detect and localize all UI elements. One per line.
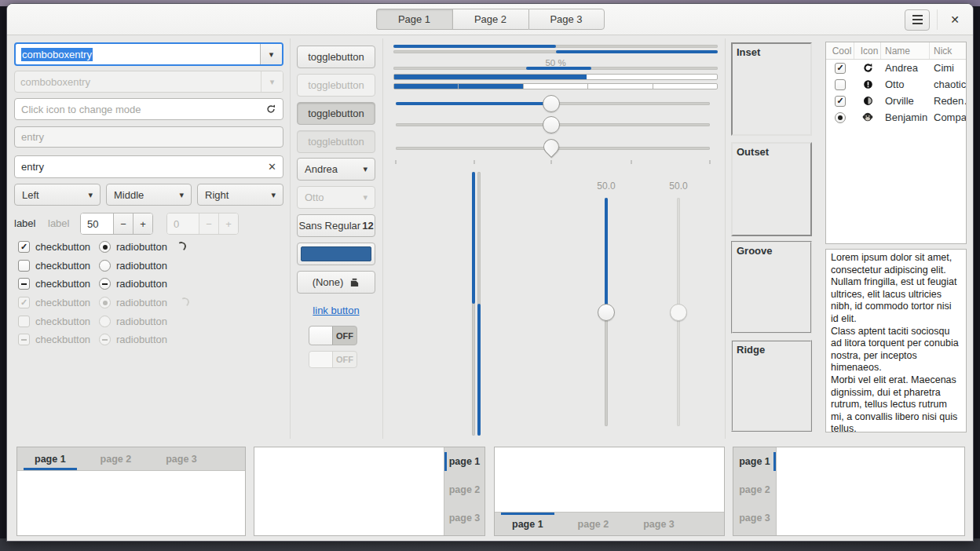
hamburger-menu-button[interactable] bbox=[905, 9, 930, 31]
entry-disabled: entry bbox=[14, 126, 283, 148]
tab-page-1[interactable]: page 1 bbox=[495, 513, 561, 535]
togglebutton-active[interactable]: togglebutton bbox=[297, 102, 375, 125]
column-separator bbox=[290, 38, 291, 439]
combobox-right[interactable]: Right ▾ bbox=[197, 184, 283, 206]
treeview[interactable]: Cool Icon Name Nick ✓ Andrea Cimi Otto c… bbox=[825, 42, 967, 244]
chevron-down-icon: ▾ bbox=[271, 190, 276, 200]
column-header-cool[interactable]: Cool bbox=[826, 42, 854, 59]
mode-entry[interactable]: Click icon to change mode bbox=[14, 98, 283, 120]
table-row[interactable]: Benjamin Compa… bbox=[826, 109, 966, 126]
checkbutton-unchecked-disabled: checkbutton bbox=[18, 316, 90, 327]
selected-text: comboboxentry bbox=[21, 48, 93, 61]
radio-selected-icon[interactable] bbox=[99, 241, 111, 253]
center-column: 50 % 50.0 bbox=[387, 35, 725, 439]
tab-page-1[interactable]: page 1 bbox=[17, 447, 83, 470]
tab-page-2[interactable]: page 2 bbox=[561, 513, 627, 535]
checkbutton-unchecked[interactable]: checkbutton bbox=[18, 260, 90, 272]
slider-handle[interactable] bbox=[543, 95, 560, 112]
column-header-name[interactable]: Name bbox=[881, 42, 930, 59]
entry-value: entry bbox=[21, 161, 44, 173]
radiobutton-indeterminate[interactable]: radiobutton bbox=[99, 278, 167, 290]
left-column: comboboxentry ▾ comboboxentry ▾ Click ic… bbox=[14, 35, 283, 439]
tab-page-2[interactable]: page 2 bbox=[444, 476, 485, 504]
column-header-icon[interactable]: Icon bbox=[854, 42, 881, 59]
checkbox-unchecked-icon[interactable] bbox=[18, 260, 30, 272]
color-button[interactable] bbox=[297, 243, 375, 265]
middle-column: togglebutton togglebutton togglebutton t… bbox=[297, 35, 375, 439]
checkbox-checked-icon[interactable]: ✓ bbox=[835, 96, 846, 107]
vscale-disabled bbox=[670, 198, 687, 426]
spin-value[interactable]: 50 bbox=[81, 213, 113, 234]
radiobutton-selected-disabled: radiobutton bbox=[99, 297, 167, 308]
tab-page-3[interactable]: page 3 bbox=[148, 447, 214, 470]
checkbox-unchecked-icon[interactable] bbox=[835, 79, 846, 90]
tab-page-1[interactable]: page 1 bbox=[444, 447, 485, 476]
font-button[interactable]: Sans Regular 12 bbox=[297, 214, 375, 237]
tab-page-3[interactable]: page 3 bbox=[444, 504, 485, 532]
link-button[interactable]: link button bbox=[313, 305, 359, 316]
hscale-plain[interactable] bbox=[396, 116, 710, 133]
tab-page-2[interactable]: page 2 bbox=[83, 447, 149, 470]
checkbox-checked-icon[interactable]: ✓ bbox=[18, 241, 30, 253]
radio-indeterminate-icon[interactable] bbox=[99, 278, 111, 290]
slider-handle[interactable] bbox=[543, 116, 560, 133]
combobox-entry-disabled: comboboxentry ▾ bbox=[14, 71, 283, 93]
titlebar-separator bbox=[937, 9, 938, 30]
switch-off[interactable]: OFF bbox=[309, 326, 357, 345]
spin-minus-button[interactable]: − bbox=[113, 213, 133, 234]
entry[interactable]: entry ✕ bbox=[14, 155, 283, 178]
textview[interactable]: Lorem ipsum dolor sit amet, consectetur … bbox=[825, 249, 967, 432]
tab-page-1[interactable]: Page 1 bbox=[376, 9, 452, 30]
vscale-filled[interactable] bbox=[598, 198, 615, 426]
radio-unselected-icon[interactable] bbox=[99, 260, 111, 272]
checkbox-checked-icon[interactable]: ✓ bbox=[835, 63, 846, 74]
column-separator bbox=[382, 38, 383, 439]
tab-page-3[interactable]: Page 3 bbox=[528, 9, 605, 30]
radiobutton-selected[interactable]: radiobutton bbox=[99, 241, 167, 253]
radiobutton-unselected[interactable]: radiobutton bbox=[99, 260, 167, 272]
label-disabled: label bbox=[48, 217, 69, 229]
clear-icon[interactable]: ✕ bbox=[268, 161, 276, 173]
label: label bbox=[14, 217, 35, 229]
hscale-filled[interactable] bbox=[396, 95, 710, 112]
combobox-middle[interactable]: Middle ▾ bbox=[106, 184, 192, 206]
switch-off-disabled: OFF bbox=[309, 351, 357, 368]
tab-page-3[interactable]: page 3 bbox=[626, 513, 692, 535]
notebook-tabs-bottom: page 1 page 2 page 3 bbox=[494, 447, 725, 536]
vertical-progressbar-inverted bbox=[477, 172, 481, 436]
refresh-icon[interactable] bbox=[265, 104, 276, 115]
combobox-entry[interactable]: comboboxentry ▾ bbox=[14, 42, 283, 66]
radiobutton-unselected-disabled: radiobutton bbox=[99, 316, 167, 327]
file-chooser-button[interactable]: (None) bbox=[297, 271, 375, 294]
table-row[interactable]: ✓ Orville Reden… bbox=[826, 93, 966, 109]
vscale-disabled-value-label: 50.0 bbox=[669, 181, 687, 192]
name-combobox[interactable]: Andrea ▾ bbox=[297, 158, 375, 181]
tab-page-3[interactable]: page 3 bbox=[733, 504, 776, 532]
tab-page-2[interactable]: Page 2 bbox=[452, 9, 528, 30]
textview-paragraph: Class aptent taciti sociosqu ad litora t… bbox=[831, 326, 961, 374]
notebook-tabs-right: page 1 page 2 page 3 bbox=[254, 447, 485, 536]
slider-pin-handle[interactable] bbox=[540, 136, 562, 158]
spinner-icon bbox=[177, 242, 186, 251]
combobox-dropdown-button[interactable]: ▾ bbox=[260, 44, 282, 64]
tab-page-2[interactable]: page 2 bbox=[733, 476, 776, 504]
frame-groove: Groove bbox=[731, 241, 812, 334]
checkbutton-indeterminate[interactable]: checkbutton bbox=[18, 278, 90, 290]
checkbox-indeterminate-icon[interactable] bbox=[18, 278, 30, 290]
togglebutton[interactable]: togglebutton bbox=[297, 46, 375, 68]
table-row[interactable]: Otto chaotic bbox=[826, 76, 966, 93]
font-size: 12 bbox=[362, 220, 373, 232]
column-header-nick[interactable]: Nick bbox=[930, 42, 966, 59]
hscale-with-marks[interactable] bbox=[396, 140, 710, 166]
spinbutton[interactable]: 50 − + bbox=[80, 213, 153, 235]
spin-plus-button[interactable]: + bbox=[133, 213, 152, 234]
table-row[interactable]: ✓ Andrea Cimi bbox=[826, 60, 966, 76]
tab-page-1[interactable]: page 1 bbox=[733, 447, 776, 476]
checkbutton-checked[interactable]: ✓checkbutton bbox=[18, 241, 90, 253]
close-button[interactable]: ✕ bbox=[945, 9, 965, 31]
levelbar-discrete bbox=[393, 83, 718, 89]
switch-handle[interactable] bbox=[309, 327, 333, 345]
slider-handle[interactable] bbox=[598, 304, 615, 321]
radio-selected-icon[interactable] bbox=[835, 112, 846, 123]
combobox-left[interactable]: Left ▾ bbox=[14, 184, 101, 206]
